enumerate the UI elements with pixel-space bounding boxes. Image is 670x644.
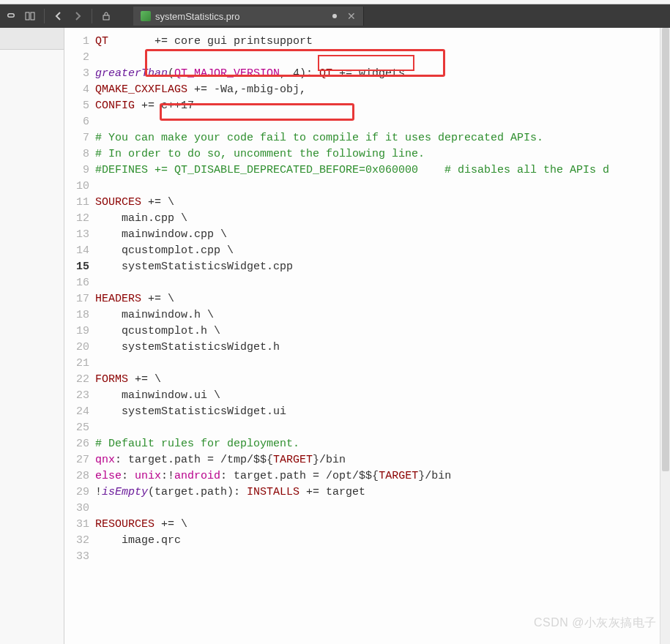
line-number: 29: [64, 484, 89, 501]
line-number: 25: [64, 420, 89, 436]
tab-bar: systemStatistics.pro ✕: [133, 4, 666, 28]
file-tab[interactable]: systemStatistics.pro ✕: [133, 7, 364, 26]
code-line[interactable]: mainwindow.ui \: [95, 388, 670, 404]
line-number: 15: [64, 259, 89, 275]
left-sidebar: [0, 28, 64, 644]
line-number: 26: [64, 436, 89, 452]
scrollbar-thumb[interactable]: [662, 28, 669, 471]
code-line[interactable]: CONFIG += c++17: [95, 98, 670, 114]
line-number: 2: [64, 50, 89, 66]
main-area: 1234567891011121314151617181920212223242…: [0, 28, 670, 644]
svg-rect-2: [103, 15, 109, 20]
code-line[interactable]: # You can make your code fail to compile…: [95, 130, 670, 146]
line-number: 30: [64, 501, 89, 517]
line-number: 28: [64, 468, 89, 484]
line-number: 27: [64, 452, 89, 468]
code-line[interactable]: [95, 114, 670, 130]
toolbar-separator: [44, 9, 45, 23]
line-number: 5: [64, 98, 89, 114]
svg-rect-1: [31, 12, 34, 20]
line-number: 32: [64, 533, 89, 549]
split-icon[interactable]: [23, 10, 37, 23]
code-line[interactable]: main.cpp \: [95, 211, 670, 227]
line-number: 3: [64, 66, 89, 82]
code-line[interactable]: QMAKE_CXXFLAGS += -Wa,-mbig-obj,: [95, 82, 670, 98]
code-line[interactable]: systemStatisticsWidget.cpp: [95, 259, 670, 275]
svg-rect-0: [26, 12, 29, 20]
line-number: 1: [64, 34, 89, 50]
code-line[interactable]: [95, 501, 670, 517]
close-tab-icon[interactable]: ✕: [347, 10, 356, 22]
code-line[interactable]: [95, 549, 670, 565]
tab-filename: systemStatistics.pro: [155, 11, 240, 22]
code-line[interactable]: greaterThan(QT_MAJOR_VERSION, 4): QT += …: [95, 66, 670, 82]
code-line[interactable]: mainwindow.h \: [95, 307, 670, 323]
line-number: 23: [64, 388, 89, 404]
code-line[interactable]: else: unix:!android: target.path = /opt/…: [95, 468, 670, 484]
code-editor[interactable]: 1234567891011121314151617181920212223242…: [64, 28, 670, 644]
code-line[interactable]: [95, 179, 670, 195]
code-line[interactable]: !isEmpty(target.path): INSTALLS += targe…: [95, 484, 670, 501]
code-line[interactable]: systemStatisticsWidget.h: [95, 340, 670, 356]
link-icon[interactable]: [4, 10, 18, 23]
line-number: 22: [64, 372, 89, 388]
code-line[interactable]: mainwindow.cpp \: [95, 227, 670, 243]
vertical-scrollbar[interactable]: [660, 28, 670, 644]
code-line[interactable]: # Default rules for deployment.: [95, 436, 670, 452]
line-number: 7: [64, 130, 89, 146]
code-line[interactable]: # In order to do so, uncomment the follo…: [95, 146, 670, 162]
code-line[interactable]: [95, 356, 670, 372]
line-number: 19: [64, 323, 89, 340]
line-number-gutter: 1234567891011121314151617181920212223242…: [64, 34, 95, 644]
code-line[interactable]: FORMS += \: [95, 372, 670, 388]
line-number: 33: [64, 549, 89, 565]
line-number: 11: [64, 195, 89, 211]
code-container: 1234567891011121314151617181920212223242…: [64, 28, 670, 644]
line-number: 9: [64, 162, 89, 179]
line-number: 16: [64, 275, 89, 291]
line-number: 6: [64, 114, 89, 130]
line-number: 8: [64, 146, 89, 162]
line-number: 21: [64, 356, 89, 372]
line-number: 13: [64, 227, 89, 243]
modified-indicator-icon: [332, 14, 337, 18]
code-line[interactable]: image.qrc: [95, 533, 670, 549]
line-number: 10: [64, 179, 89, 195]
sidebar-header: [0, 28, 64, 50]
line-number: 14: [64, 243, 89, 259]
line-number: 17: [64, 291, 89, 307]
code-line[interactable]: qcustomplot.cpp \: [95, 243, 670, 259]
project-file-icon: [141, 11, 151, 21]
code-line[interactable]: [95, 420, 670, 436]
code-line[interactable]: #DEFINES += QT_DISABLE_DEPRECATED_BEFORE…: [95, 162, 670, 179]
toolbar-separator: [92, 9, 92, 23]
line-number: 4: [64, 82, 89, 98]
nav-back-icon[interactable]: [52, 10, 65, 23]
code-line[interactable]: SOURCES += \: [95, 195, 670, 211]
line-number: 18: [64, 307, 89, 323]
editor-toolbar: systemStatistics.pro ✕: [0, 4, 670, 28]
code-line[interactable]: RESOURCES += \: [95, 517, 670, 533]
code-lines[interactable]: QT += core gui printsupportgreaterThan(Q…: [95, 34, 670, 644]
code-line[interactable]: [95, 275, 670, 291]
nav-forward-icon[interactable]: [71, 10, 84, 23]
lock-icon[interactable]: [100, 10, 113, 23]
line-number: 20: [64, 340, 89, 356]
line-number: 24: [64, 404, 89, 420]
line-number: 12: [64, 211, 89, 227]
code-line[interactable]: [95, 50, 670, 66]
code-line[interactable]: HEADERS += \: [95, 291, 670, 307]
code-line[interactable]: qnx: target.path = /tmp/$${TARGET}/bin: [95, 452, 670, 468]
code-line[interactable]: QT += core gui printsupport: [95, 34, 670, 50]
line-number: 31: [64, 517, 89, 533]
code-line[interactable]: systemStatisticsWidget.ui: [95, 404, 670, 420]
code-line[interactable]: qcustomplot.h \: [95, 323, 670, 340]
